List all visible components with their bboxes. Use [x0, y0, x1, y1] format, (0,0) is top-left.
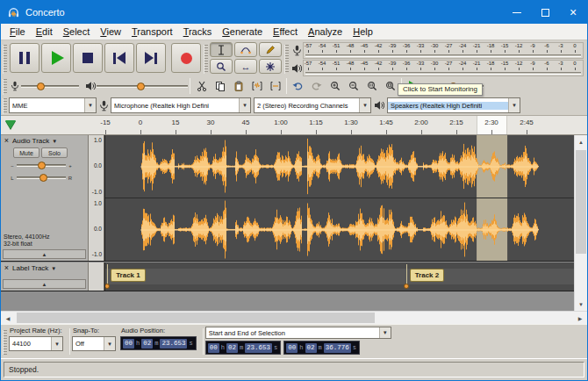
trim-audio-button[interactable]	[247, 78, 266, 94]
selection-mode-dropdown[interactable]: Start and End of Selection ▾	[205, 327, 391, 339]
recording-device-dropdown[interactable]: Microphone (Realtek High Defini ▾	[111, 97, 251, 113]
audio-host-dropdown[interactable]: MME ▾	[9, 97, 97, 113]
label-text-box[interactable]: Track 1	[111, 269, 146, 282]
titlebar[interactable]: Concerto ×	[1, 1, 587, 24]
paste-button[interactable]	[229, 78, 247, 94]
time-digits[interactable]: 36.776	[324, 343, 351, 353]
chevron-down-icon[interactable]: ▾	[239, 98, 250, 112]
audio-position-field[interactable]: 00h02m23.653s	[120, 336, 197, 350]
recording-meter[interactable]: -57-54-51-48-45-42-39-36-33-30-27-24-21-…	[303, 42, 584, 59]
maximize-button[interactable]	[531, 1, 559, 24]
waveform-canvas[interactable]	[105, 135, 574, 261]
time-digits[interactable]: 02	[226, 343, 238, 353]
chevron-down-icon[interactable]: ▾	[379, 327, 391, 338]
menu-select[interactable]: Select	[58, 25, 96, 39]
time-digits[interactable]: 02	[305, 343, 317, 353]
minimize-button[interactable]	[503, 1, 531, 24]
stop-button[interactable]	[73, 43, 103, 73]
chevron-down-icon[interactable]: ▾	[84, 98, 96, 112]
playback-volume-slider[interactable]	[97, 81, 188, 92]
copy-button[interactable]	[211, 78, 229, 94]
pinned-playhead-icon[interactable]	[5, 120, 16, 129]
vertical-scrollbar[interactable]: ▲ ▼	[574, 135, 587, 311]
slider-thumb[interactable]	[137, 83, 145, 90]
horizontal-scrollbar[interactable]: ◀ ▶	[1, 311, 587, 324]
track-title[interactable]: Label Track	[12, 264, 48, 272]
label-flag-icon[interactable]	[404, 284, 409, 289]
time-digits[interactable]: 00	[123, 339, 134, 349]
menu-view[interactable]: View	[95, 25, 126, 39]
play-button[interactable]	[41, 43, 71, 73]
menu-file[interactable]: File	[4, 25, 31, 39]
chevron-down-icon[interactable]: ▾	[359, 98, 370, 112]
zoom-out-button[interactable]	[344, 78, 362, 94]
track-title[interactable]: Audio Track	[12, 137, 49, 145]
toolbar-gripper[interactable]	[3, 79, 7, 95]
redo-button[interactable]	[307, 78, 326, 94]
toolbar-gripper[interactable]	[3, 98, 7, 114]
record-volume-slider[interactable]	[21, 81, 79, 92]
skip-to-start-button[interactable]	[104, 43, 134, 73]
slider-thumb[interactable]	[38, 162, 46, 169]
chevron-down-icon[interactable]: ▾	[104, 337, 115, 350]
waveform-area[interactable]	[104, 135, 574, 261]
selection-start-field[interactable]: 00h02m23.653s	[205, 341, 282, 355]
track-menu-arrow-icon[interactable]: ▼	[51, 266, 56, 271]
label-flag-icon[interactable]	[104, 284, 110, 289]
collapse-track-button[interactable]: ▲	[3, 279, 86, 289]
close-track-button[interactable]: ×	[3, 137, 11, 145]
menu-analyze[interactable]: Analyze	[303, 25, 348, 39]
menu-transport[interactable]: Transport	[126, 25, 178, 39]
zoom-fit-button[interactable]	[381, 78, 399, 94]
menu-tracks[interactable]: Tracks	[178, 25, 218, 39]
snap-to-dropdown[interactable]: Off ▾	[72, 336, 116, 351]
toolbar-gripper[interactable]	[284, 45, 289, 74]
label-track-area[interactable]: Track 1Track 2	[104, 262, 574, 291]
multi-tool-button[interactable]	[259, 59, 282, 74]
time-digits[interactable]: 02	[141, 339, 153, 349]
recording-channels-dropdown[interactable]: 2 (Stereo) Recording Channels ▾	[254, 97, 371, 113]
scroll-down-button[interactable]: ▼	[575, 298, 587, 311]
vertical-scroll-thumb[interactable]	[576, 150, 586, 254]
chevron-down-icon[interactable]: ▾	[51, 337, 62, 350]
project-rate-dropdown[interactable]: 44100 ▾	[9, 336, 63, 351]
zoom-in-button[interactable]	[326, 78, 344, 94]
playback-device-dropdown[interactable]: Speakers (Realtek High Definiti ▾	[387, 97, 520, 113]
toolbar-gripper[interactable]	[204, 45, 208, 74]
close-button[interactable]: ×	[559, 1, 587, 24]
toolbar-gripper[interactable]	[3, 330, 7, 354]
close-track-button[interactable]: ×	[3, 264, 11, 272]
menu-edit[interactable]: Edit	[31, 25, 58, 39]
scroll-right-button[interactable]: ▶	[573, 312, 587, 324]
cut-button[interactable]	[192, 78, 211, 94]
playback-meter[interactable]: -57-54-51-48-45-42-39-36-33-30-27-24-21-…	[303, 60, 584, 76]
solo-button[interactable]: Solo	[41, 147, 68, 158]
chevron-down-icon[interactable]: ▾	[508, 98, 520, 112]
selection-end-field[interactable]: 00h02m36.776s	[283, 341, 360, 355]
envelope-tool-button[interactable]	[234, 42, 257, 57]
scroll-left-button[interactable]: ◀	[1, 312, 15, 324]
time-digits[interactable]: 23.653	[245, 343, 272, 353]
slider-thumb[interactable]	[39, 174, 47, 182]
pan-slider[interactable]	[17, 172, 66, 183]
pause-button[interactable]	[10, 43, 39, 73]
menu-generate[interactable]: Generate	[217, 25, 268, 39]
time-digits[interactable]: 23.653	[160, 339, 187, 349]
scroll-up-button[interactable]: ▲	[575, 135, 587, 148]
zoom-selection-button[interactable]	[362, 78, 381, 94]
timeshift-tool-button[interactable]: ↔	[234, 59, 257, 74]
horizontal-scroll-thumb[interactable]	[17, 313, 375, 323]
menu-effect[interactable]: Effect	[268, 25, 303, 39]
draw-tool-button[interactable]	[259, 42, 282, 57]
vertical-ruler[interactable]: 1.0 0.0 -1.0 1.0 0.0 -1.0	[89, 135, 104, 261]
time-digits[interactable]: 00	[286, 343, 298, 353]
time-digits[interactable]: 00	[208, 343, 219, 353]
collapse-track-button[interactable]: ▲	[3, 249, 86, 259]
track-menu-arrow-icon[interactable]: ▼	[52, 139, 57, 144]
skip-to-end-button[interactable]	[136, 43, 166, 73]
mute-button[interactable]: Mute	[13, 147, 39, 158]
slider-thumb[interactable]	[37, 83, 45, 90]
label-text-box[interactable]: Track 2	[410, 269, 445, 282]
record-button[interactable]	[171, 43, 201, 73]
gain-slider[interactable]	[17, 160, 66, 171]
